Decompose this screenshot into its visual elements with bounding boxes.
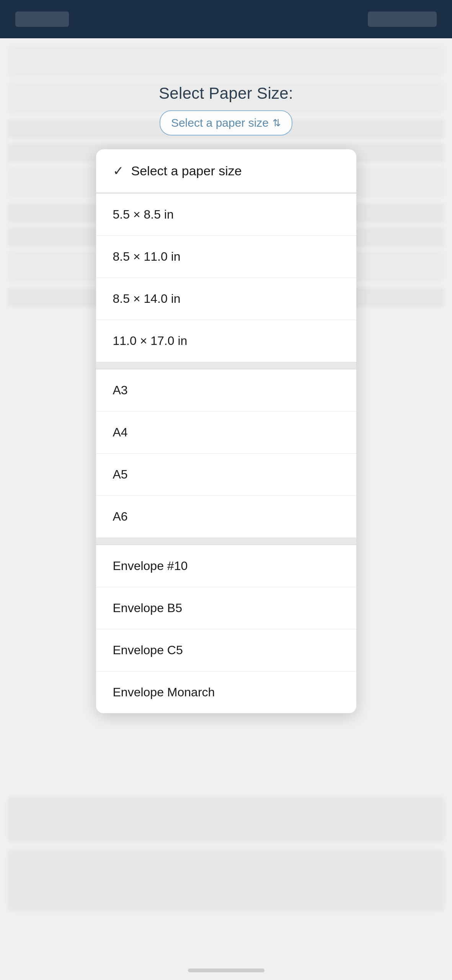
- main-content: Select Paper Size: Select a paper size ⇅…: [0, 38, 452, 744]
- paper-size-trigger[interactable]: Select a paper size ⇅: [160, 110, 292, 136]
- item-label: A3: [113, 383, 128, 397]
- group-separator-2: [96, 537, 356, 544]
- header-logo: [15, 11, 69, 27]
- page-title: Select Paper Size:: [159, 84, 293, 103]
- header-account: [368, 11, 437, 27]
- app-header: [0, 0, 452, 38]
- selected-item-label: Select a paper size: [131, 163, 242, 178]
- item-label: A4: [113, 425, 128, 439]
- item-label: 5.5 × 8.5 in: [113, 207, 174, 222]
- item-label: A5: [113, 467, 128, 482]
- item-label: 8.5 × 11.0 in: [113, 250, 181, 264]
- home-indicator: [188, 969, 264, 972]
- chevron-updown-icon: ⇅: [273, 117, 281, 129]
- paper-size-item-a6[interactable]: A6: [96, 496, 356, 537]
- dropdown-selected-item[interactable]: ✓ Select a paper size: [96, 149, 356, 193]
- title-section: Select Paper Size: Select a paper size ⇅: [159, 84, 293, 136]
- paper-size-item-a3[interactable]: A3: [96, 369, 356, 412]
- paper-size-item-envelope-10[interactable]: Envelope #10: [96, 545, 356, 587]
- item-label: Envelope Monarch: [113, 685, 215, 699]
- paper-size-item-a4[interactable]: A4: [96, 412, 356, 454]
- bottom-background: [0, 789, 452, 980]
- paper-size-item-envelope-b5[interactable]: Envelope B5: [96, 587, 356, 629]
- group-a-sizes: A3 A4 A5 A6: [96, 369, 356, 537]
- item-label: Envelope C5: [113, 643, 183, 657]
- paper-size-item-11x17[interactable]: 11.0 × 17.0 in: [96, 320, 356, 362]
- paper-size-item-8.5x11[interactable]: 8.5 × 11.0 in: [96, 236, 356, 278]
- item-label: Envelope #10: [113, 559, 188, 573]
- group-separator-1: [96, 362, 356, 369]
- paper-size-item-8.5x14[interactable]: 8.5 × 14.0 in: [96, 278, 356, 320]
- paper-size-item-envelope-c5[interactable]: Envelope C5: [96, 629, 356, 671]
- group-envelopes: Envelope #10 Envelope B5 Envelope C5 Env…: [96, 544, 356, 713]
- trigger-label: Select a paper size: [171, 116, 269, 129]
- item-label: 11.0 × 17.0 in: [113, 334, 188, 348]
- paper-size-item-5.5x8.5[interactable]: 5.5 × 8.5 in: [96, 194, 356, 236]
- paper-size-item-a5[interactable]: A5: [96, 454, 356, 496]
- item-label: A6: [113, 510, 128, 524]
- checkmark-icon: ✓: [113, 163, 124, 178]
- paper-size-item-envelope-monarch[interactable]: Envelope Monarch: [96, 671, 356, 713]
- item-label: Envelope B5: [113, 601, 182, 615]
- paper-size-dropdown: ✓ Select a paper size 5.5 × 8.5 in 8.5 ×…: [96, 149, 356, 713]
- group-us-sizes: 5.5 × 8.5 in 8.5 × 11.0 in 8.5 × 14.0 in…: [96, 193, 356, 362]
- item-label: 8.5 × 14.0 in: [113, 292, 181, 306]
